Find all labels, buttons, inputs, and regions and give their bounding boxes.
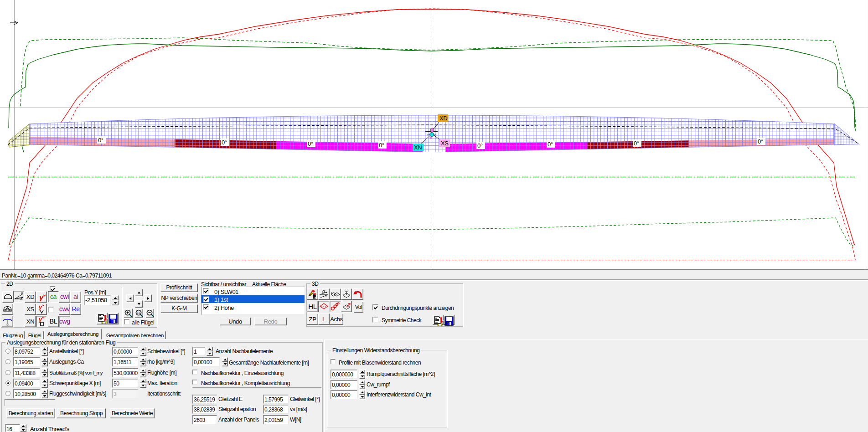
svg-text:1:1: 1:1 bbox=[137, 311, 141, 314]
svg-text:γ: γ bbox=[39, 304, 42, 310]
svg-text:0°: 0° bbox=[98, 137, 103, 144]
svg-text:0°: 0° bbox=[758, 138, 763, 145]
svg-text:0°: 0° bbox=[548, 141, 553, 148]
svg-text:0°: 0° bbox=[634, 140, 639, 147]
svg-text:XS: XS bbox=[441, 140, 449, 147]
svg-text:XN: XN bbox=[414, 144, 422, 151]
svg-text:0°: 0° bbox=[222, 139, 227, 146]
svg-text:0°: 0° bbox=[379, 142, 384, 149]
svg-text:XD: XD bbox=[439, 115, 447, 122]
svg-text:γ: γ bbox=[39, 316, 42, 323]
svg-text:γ: γ bbox=[39, 293, 44, 302]
svg-text:0°: 0° bbox=[477, 142, 483, 149]
svg-text:0°: 0° bbox=[308, 140, 313, 147]
